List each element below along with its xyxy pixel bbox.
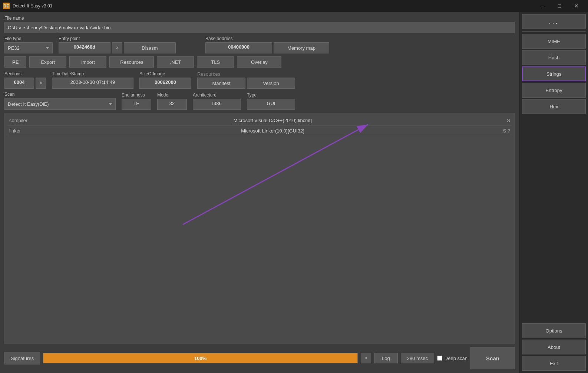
close-button[interactable]: ✕ bbox=[568, 0, 585, 12]
mode-label: Mode bbox=[157, 92, 187, 98]
resources-tab-button[interactable]: Resources bbox=[109, 56, 154, 68]
file-type-control-row: PE32 bbox=[4, 42, 53, 53]
hash-button[interactable]: Hash bbox=[522, 50, 586, 65]
scan-group: Scan Detect It Easy(DiE) bbox=[4, 92, 116, 110]
result-type-0: compiler bbox=[9, 118, 46, 123]
bottom-bar: Signatures 100% > Log 280 msec Deep scan… bbox=[4, 347, 515, 369]
type-value: GUI bbox=[247, 99, 295, 110]
import-tab-button[interactable]: Import bbox=[69, 56, 106, 68]
mode-group: Mode 32 bbox=[157, 92, 187, 110]
result-type-1: linker bbox=[9, 128, 46, 134]
nav-arrow-button[interactable]: > bbox=[361, 353, 371, 363]
endianness-label: Endianness bbox=[122, 92, 151, 98]
base-address-label: Base address bbox=[205, 36, 361, 41]
memory-map-button[interactable]: Memory map bbox=[274, 42, 329, 53]
base-address-control-row: 00400000 Memory map bbox=[205, 42, 361, 53]
time-date-stamp-group: TimeDateStamp 2023-10-30 07:14:49 bbox=[52, 71, 133, 89]
architecture-value: I386 bbox=[193, 99, 241, 110]
endianness-value: LE bbox=[122, 99, 151, 110]
scan-row: Scan Detect It Easy(DiE) Endianness LE M… bbox=[4, 92, 515, 110]
app-icon: DE bbox=[3, 3, 10, 9]
size-of-image-value: 00062000 bbox=[139, 78, 191, 89]
results-area: compiler Microsoft Visual C/C++(2010)[li… bbox=[4, 113, 515, 344]
file-name-section: File name bbox=[4, 16, 515, 33]
file-type-row: File type PE32 Entry point 0042468d > Di… bbox=[4, 36, 515, 53]
minimize-button[interactable]: ─ bbox=[534, 0, 551, 12]
base-address-value: 00400000 bbox=[205, 42, 272, 53]
file-type-select[interactable]: PE32 bbox=[4, 42, 53, 53]
window-controls: ─ □ ✕ bbox=[534, 0, 585, 12]
browse-button[interactable]: ... bbox=[522, 14, 586, 29]
right-sidebar: ... MIME Hash Strings Entropy Hex Option… bbox=[519, 12, 588, 373]
entry-point-control-row: 0042468d > Disasm bbox=[59, 42, 199, 53]
export-tab-button[interactable]: Export bbox=[29, 56, 66, 68]
exit-button[interactable]: Exit bbox=[522, 356, 586, 371]
mime-button[interactable]: MIME bbox=[522, 34, 586, 49]
signatures-button[interactable]: Signatures bbox=[4, 352, 40, 364]
size-of-image-group: SizeOfImage 00062000 bbox=[139, 71, 191, 89]
entry-point-arrow-button[interactable]: > bbox=[112, 42, 122, 53]
sidebar-spacer bbox=[522, 115, 586, 322]
entry-point-label: Entry point bbox=[59, 36, 199, 41]
sections-row: Sections 0004 > TimeDateStamp 2023-10-30… bbox=[4, 71, 515, 89]
size-of-image-label: SizeOfImage bbox=[139, 71, 191, 76]
title-bar: DE Detect It Easy v3.01 ─ □ ✕ bbox=[0, 0, 588, 12]
scan-label: Scan bbox=[4, 92, 116, 97]
sections-control-row: 0004 > bbox=[4, 78, 46, 89]
sections-label: Sections bbox=[4, 71, 46, 76]
file-name-row bbox=[4, 22, 515, 33]
result-flag-0: S bbox=[499, 118, 510, 123]
dotnet-tab-button[interactable]: .NET bbox=[157, 56, 194, 68]
progress-bar-section: 100% bbox=[43, 353, 358, 363]
resources-label: Resources bbox=[197, 71, 515, 78]
about-button[interactable]: About bbox=[522, 340, 586, 354]
result-value-1: Microsoft Linker(10.0)[GUI32] bbox=[54, 128, 492, 134]
deep-scan-checkbox[interactable] bbox=[437, 356, 442, 361]
deep-scan-label: Deep scan bbox=[445, 356, 468, 361]
scan-select[interactable]: Detect It Easy(DiE) bbox=[4, 98, 116, 110]
overlay-tab-button[interactable]: Overlay bbox=[237, 56, 281, 68]
deep-scan-row: Deep scan bbox=[437, 356, 468, 361]
file-name-input[interactable] bbox=[4, 22, 515, 33]
base-address-group: Base address 00400000 Memory map bbox=[205, 36, 361, 53]
file-type-group: File type PE32 bbox=[4, 36, 53, 53]
pe-button[interactable]: PE bbox=[4, 56, 26, 68]
progress-bar-container: 100% bbox=[43, 353, 358, 363]
options-button[interactable]: Options bbox=[522, 323, 586, 338]
title-bar-left: DE Detect It Easy v3.01 bbox=[3, 3, 52, 9]
strings-button[interactable]: Strings bbox=[522, 66, 586, 81]
time-date-stamp-label: TimeDateStamp bbox=[52, 71, 133, 76]
result-value-0: Microsoft Visual C/C++(2010)[libcmt] bbox=[54, 118, 492, 123]
pe-tabs-row: PE Export Import Resources .NET TLS Over… bbox=[4, 56, 515, 68]
table-row: compiler Microsoft Visual C/C++(2010)[li… bbox=[8, 115, 512, 126]
maximize-button[interactable]: □ bbox=[551, 0, 568, 12]
entry-point-value: 0042468d bbox=[59, 42, 110, 53]
file-name-label: File name bbox=[4, 16, 515, 21]
architecture-label: Architecture bbox=[193, 92, 241, 98]
content-area: File name File type PE32 Entry point 004… bbox=[0, 12, 519, 373]
table-row: linker Microsoft Linker(10.0)[GUI32] S ? bbox=[8, 126, 512, 136]
resources-control-row: Manifest Version bbox=[197, 78, 515, 89]
timing-display: 280 msec bbox=[401, 353, 434, 363]
app-title: Detect It Easy v3.01 bbox=[13, 3, 52, 9]
type-label: Type bbox=[247, 92, 295, 98]
log-button[interactable]: Log bbox=[374, 353, 398, 363]
scan-button[interactable]: Scan bbox=[470, 347, 515, 369]
svg-line-1 bbox=[183, 124, 368, 225]
type-group: Type GUI bbox=[247, 92, 295, 110]
disasm-button[interactable]: Disasm bbox=[124, 42, 176, 53]
main-area: File name File type PE32 Entry point 004… bbox=[0, 12, 588, 373]
architecture-group: Architecture I386 bbox=[193, 92, 241, 110]
hex-button[interactable]: Hex bbox=[522, 99, 586, 114]
sections-arrow-button[interactable]: > bbox=[36, 78, 46, 89]
sections-group: Sections 0004 > bbox=[4, 71, 46, 89]
tls-tab-button[interactable]: TLS bbox=[197, 56, 234, 68]
manifest-button[interactable]: Manifest bbox=[197, 78, 245, 89]
entropy-button[interactable]: Entropy bbox=[522, 83, 586, 98]
endianness-group: Endianness LE bbox=[122, 92, 151, 110]
mode-value: 32 bbox=[157, 99, 187, 110]
entry-point-group: Entry point 0042468d > Disasm bbox=[59, 36, 199, 53]
resources-group: Resources Manifest Version bbox=[197, 71, 515, 89]
file-type-label: File type bbox=[4, 36, 53, 41]
version-button[interactable]: Version bbox=[247, 78, 295, 89]
